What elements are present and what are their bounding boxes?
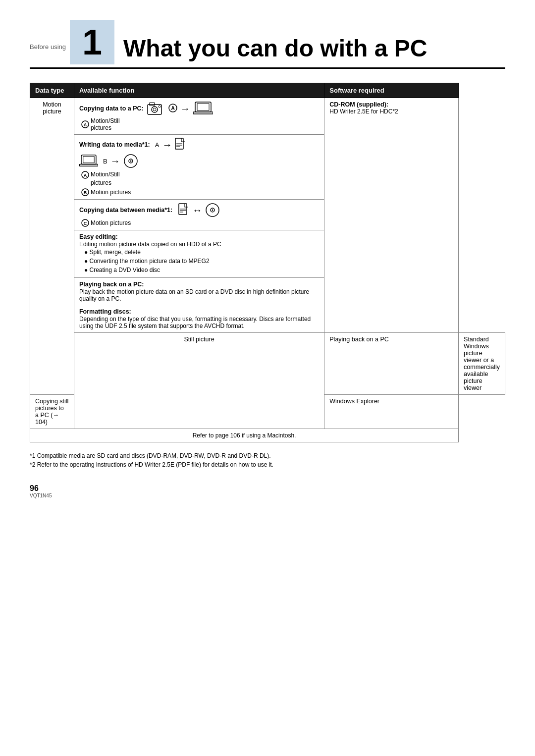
func-write-to-media: Writing data to media*1: A → bbox=[74, 135, 324, 200]
write-to-media-block: Writing data to media*1: A → bbox=[79, 138, 319, 196]
circled-a-small-icon: A bbox=[81, 120, 89, 128]
svg-point-21 bbox=[130, 161, 131, 162]
footnote-1: *1 Compatible media are SD card and disc… bbox=[30, 451, 505, 460]
copy-to-pc-block: Copying data to a PC: bbox=[79, 101, 319, 131]
refer-cell: Refer to page 106 if using a Macintosh. bbox=[30, 429, 459, 442]
before-using-label: Before using bbox=[30, 43, 66, 51]
doc-icon bbox=[175, 138, 186, 152]
svg-text:A: A bbox=[84, 173, 87, 178]
copy-between-media-block: Copying data between media*1: ↔ bbox=[79, 203, 319, 227]
still-playing-software: Standard Windows picture viewer or a com… bbox=[459, 333, 505, 395]
playing-back-desc: Play back the motion picture data on an … bbox=[79, 288, 319, 302]
svg-point-32 bbox=[212, 210, 214, 211]
still-picture-label: Still picture bbox=[184, 336, 214, 343]
still-copying-func: Copying still pictures to a PC (→ 104) bbox=[30, 395, 74, 429]
easy-editing-desc: Editing motion picture data copied on an… bbox=[79, 241, 319, 248]
svg-point-2 bbox=[152, 107, 158, 112]
copy-between-item1: Motion pictures bbox=[91, 219, 131, 226]
svg-rect-0 bbox=[148, 105, 161, 114]
svg-text:A: A bbox=[171, 106, 174, 111]
circled-a-icon: A bbox=[168, 104, 177, 112]
formatting-desc: Depending on the type of disc that you u… bbox=[79, 316, 319, 329]
page: Before using 1 What you can do with a PC… bbox=[0, 0, 535, 756]
easy-editing-title: Easy editing: bbox=[79, 233, 319, 240]
motion-picture-label: Motion picture bbox=[43, 101, 61, 115]
formatting-block: Formatting discs: Depending on the type … bbox=[79, 308, 319, 329]
model-code: VQT1N45 bbox=[30, 493, 52, 498]
circled-b-icon: B bbox=[81, 188, 89, 196]
still-playing-label: Playing back on a PC bbox=[329, 336, 389, 343]
write-to-media-illustration2: B → bbox=[79, 154, 319, 168]
doc-icon-2 bbox=[178, 203, 189, 217]
svg-rect-8 bbox=[197, 104, 209, 110]
circled-c-icon: C bbox=[81, 219, 89, 227]
camera-icon bbox=[147, 102, 165, 115]
software-cdrom-title: CD-ROM (supplied): bbox=[329, 101, 388, 108]
circled-a-write-icon: A bbox=[81, 171, 89, 179]
svg-rect-18 bbox=[79, 164, 98, 166]
func-easy-editing: Easy editing: Editing motion picture dat… bbox=[74, 230, 324, 278]
still-copying-software-label: Windows Explorer bbox=[329, 398, 379, 405]
copy-to-pc-illustration: Copying data to a PC: bbox=[79, 101, 319, 116]
still-copying-software: Windows Explorer bbox=[324, 395, 459, 429]
bullet-convert: Converting the motion picture data to MP… bbox=[84, 257, 319, 266]
double-arrow-icon: ↔ bbox=[192, 205, 202, 216]
footnotes: *1 Compatible media are SD card and disc… bbox=[30, 451, 505, 469]
footnote-2: *2 Refer to the operating instructions o… bbox=[30, 460, 505, 469]
table-row-still-playing: Still picture Playing back on a PC Stand… bbox=[30, 333, 505, 395]
copy-to-pc-items: A Motion/Stillpictures bbox=[81, 117, 319, 131]
still-playing-software-label: Standard Windows picture viewer or a com… bbox=[464, 336, 500, 391]
write-item2: Motion pictures bbox=[91, 188, 131, 197]
easy-editing-bullets: Split, merge, delete Converting the moti… bbox=[84, 248, 319, 274]
write-to-media-items: A Motion/Stillpictures B Motion pictures bbox=[81, 170, 319, 196]
copy-to-pc-item1: Motion/Stillpictures bbox=[91, 117, 120, 131]
svg-point-3 bbox=[153, 108, 156, 111]
playing-back-block: Playing back on a PC: Play back the moti… bbox=[79, 281, 319, 302]
svg-rect-9 bbox=[193, 112, 213, 114]
chapter-number: 1 bbox=[70, 20, 114, 64]
write-arrow-right-icon: → bbox=[162, 139, 172, 151]
disc-icon-2 bbox=[205, 203, 220, 217]
th-available-function: Available function bbox=[74, 83, 324, 98]
write-to-media-illustration: Writing data to media*1: A → bbox=[79, 138, 319, 152]
bullet-dvd: Creating a DVD Video disc bbox=[84, 266, 319, 274]
table-row-motion-copy: Motion picture Copying data to a PC: bbox=[30, 98, 505, 135]
write-to-media-title: Writing data to media*1: bbox=[79, 141, 150, 148]
copy-between-illustration: Copying data between media*1: ↔ bbox=[79, 203, 319, 217]
func-copy-between-media: Copying data between media*1: ↔ bbox=[74, 200, 324, 230]
software-cdrom-cell: CD-ROM (supplied): HD Writer 2.5E for HD… bbox=[324, 98, 459, 333]
playing-back-title: Playing back on a PC: bbox=[79, 281, 319, 288]
arrow-right-icon: → bbox=[180, 103, 190, 114]
copy-between-items: C Motion pictures bbox=[81, 219, 319, 227]
th-software-required: Software required bbox=[324, 83, 459, 98]
laptop-icon-2 bbox=[79, 154, 98, 168]
main-table: Data type Available function Software re… bbox=[30, 83, 505, 442]
svg-text:A: A bbox=[84, 122, 87, 127]
formatting-title: Formatting discs: bbox=[79, 308, 319, 315]
still-copying-label: Copying still pictures to a PC (→ 104) bbox=[35, 398, 68, 426]
svg-point-4 bbox=[159, 106, 160, 108]
disc-icon bbox=[123, 154, 138, 168]
th-data-type: Data type bbox=[30, 83, 74, 98]
header-section: Before using 1 What you can do with a PC bbox=[30, 20, 505, 69]
write-arrow-right2-icon: → bbox=[110, 156, 120, 167]
still-picture-cell: Still picture bbox=[74, 333, 324, 429]
bullet-split: Split, merge, delete bbox=[84, 248, 319, 257]
motion-picture-cell: Motion picture bbox=[30, 98, 74, 395]
easy-editing-block: Easy editing: Editing motion picture dat… bbox=[79, 233, 319, 274]
copy-to-pc-title: Copying data to a PC: bbox=[79, 105, 144, 112]
refer-row: Refer to page 106 if using a Macintosh. bbox=[30, 429, 505, 442]
write-item1: Motion/Stillpictures bbox=[91, 170, 120, 187]
func-copy-to-pc: Copying data to a PC: bbox=[74, 98, 324, 135]
svg-text:B: B bbox=[84, 190, 87, 195]
copy-between-title: Copying data between media*1: bbox=[79, 207, 172, 214]
svg-rect-17 bbox=[83, 157, 94, 163]
laptop-icon bbox=[193, 101, 213, 116]
software-cdrom-desc: HD Writer 2.5E for HDC*2 bbox=[329, 108, 398, 115]
svg-rect-1 bbox=[150, 103, 155, 106]
page-number: 96 bbox=[30, 484, 39, 493]
software-cdrom-block: CD-ROM (supplied): HD Writer 2.5E for HD… bbox=[329, 101, 453, 115]
chapter-title: What you can do with a PC bbox=[123, 37, 427, 64]
refer-text: Refer to page 106 if using a Macintosh. bbox=[193, 432, 296, 439]
svg-text:C: C bbox=[84, 221, 87, 226]
